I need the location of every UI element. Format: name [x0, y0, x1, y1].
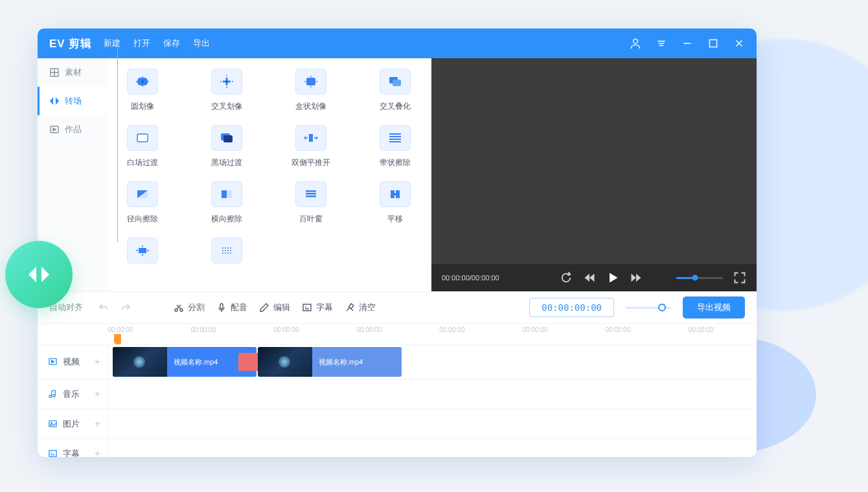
minimize-button[interactable] [681, 38, 693, 49]
svg-rect-43 [303, 304, 311, 311]
svg-rect-13 [309, 134, 313, 142]
svg-point-39 [230, 252, 231, 254]
track-body[interactable]: 视频名称.mp4 视频名称.mp4 [108, 344, 757, 379]
zoom-slider[interactable] [626, 307, 671, 309]
timeline-ruler[interactable]: 00:00:00 00:00:00 00:00:00 00:00:00 00:0… [38, 324, 757, 344]
svg-point-46 [53, 394, 56, 397]
voice-button[interactable]: 配音 [216, 302, 247, 313]
menu-open[interactable]: 打开 [133, 38, 150, 49]
svg-point-38 [227, 252, 229, 254]
menu-export[interactable]: 导出 [193, 38, 210, 49]
redo-button[interactable] [120, 302, 131, 313]
replay-button[interactable] [560, 271, 573, 284]
svg-point-41 [180, 309, 183, 311]
close-button[interactable] [733, 38, 745, 49]
undo-button[interactable] [98, 302, 109, 313]
sidebar-item-transition[interactable]: 转场 [38, 87, 108, 115]
add-track-button[interactable]: + [95, 388, 100, 400]
svg-point-29 [225, 247, 226, 249]
add-track-button[interactable]: + [95, 418, 100, 430]
menu-icon[interactable] [656, 38, 667, 49]
svg-rect-15 [389, 136, 401, 137]
svg-rect-24 [391, 190, 394, 198]
svg-point-30 [227, 247, 229, 249]
svg-point-31 [230, 247, 231, 249]
svg-point-36 [222, 252, 223, 254]
add-track-button[interactable]: + [95, 448, 100, 458]
preview-controls: 00:00:00/00:00:00 [431, 264, 757, 291]
menu-bar: 新建 打开 保存 导出 [104, 38, 210, 49]
play-button[interactable] [606, 271, 619, 284]
svg-rect-27 [139, 248, 146, 253]
transition-grid: 圆划像 交叉划像 盒状划像 交叉叠化 白场过渡 黑场过渡 双侧平推开 带状擦除 … [108, 58, 431, 291]
clip-thumbnail [258, 347, 312, 377]
timecode-display: 00:00:00:00 [529, 298, 614, 317]
fullscreen-button[interactable] [733, 271, 746, 284]
track-video: 视频 + 视频名称.mp4 视频名称.mp4 [38, 344, 757, 379]
user-icon[interactable] [630, 38, 641, 49]
svg-point-48 [51, 423, 52, 424]
svg-rect-22 [306, 193, 316, 195]
svg-point-6 [225, 80, 228, 83]
preview-video[interactable] [431, 58, 757, 264]
svg-rect-16 [389, 139, 401, 140]
export-video-button[interactable]: 导出视频 [683, 296, 745, 319]
preview-pane: 00:00:00/00:00:00 [431, 58, 757, 291]
forward-button[interactable] [630, 271, 643, 284]
playhead[interactable] [114, 334, 121, 343]
transition-radial-wipe[interactable]: 径向擦除 [123, 181, 162, 225]
svg-rect-49 [49, 451, 56, 456]
svg-rect-1 [709, 39, 716, 47]
rewind-button[interactable] [583, 271, 596, 284]
video-clip[interactable]: 视频名称.mp4 [258, 347, 402, 377]
svg-rect-10 [137, 134, 148, 142]
svg-point-35 [230, 250, 231, 251]
transition-cross-dissolve[interactable]: 交叉叠化 [376, 69, 415, 112]
svg-rect-23 [306, 196, 316, 197]
sidebar-label: 转场 [65, 95, 82, 107]
menu-new[interactable]: 新建 [104, 38, 120, 49]
svg-rect-12 [223, 135, 233, 142]
titlebar: EV 剪辑 新建 打开 保存 导出 [38, 28, 757, 58]
sidebar-label: 作品 [65, 124, 82, 135]
menu-save[interactable]: 保存 [163, 38, 180, 49]
split-button[interactable]: 分割 [174, 302, 205, 313]
video-clip[interactable]: 视频名称.mp4 [113, 347, 257, 377]
transition-band-wipe[interactable]: 带状擦除 [376, 125, 415, 168]
edit-button[interactable]: 编辑 [259, 302, 290, 313]
tracks: 视频 + 视频名称.mp4 视频名称.mp4 音乐+ [38, 344, 757, 457]
svg-point-45 [49, 395, 52, 397]
window-controls [630, 38, 745, 49]
track-head-video: 视频 + [38, 344, 108, 379]
add-track-button[interactable]: + [95, 356, 100, 368]
transition-black-fade[interactable]: 黑场过渡 [207, 125, 246, 168]
svg-point-28 [222, 247, 223, 249]
subtitle-button[interactable]: 字幕 [302, 302, 333, 313]
maximize-button[interactable] [707, 38, 719, 49]
sidebar-item-material[interactable]: 素材 [38, 58, 108, 87]
transition-cross-wipe[interactable]: 交叉划像 [207, 69, 246, 112]
svg-rect-42 [220, 304, 223, 309]
svg-point-33 [225, 250, 226, 251]
app-window: EV 剪辑 新建 打开 保存 导出 素材 转场 [38, 28, 757, 457]
svg-point-34 [227, 250, 229, 251]
transition-item[interactable] [207, 238, 246, 263]
svg-point-37 [225, 252, 226, 254]
svg-point-5 [141, 80, 144, 83]
volume-slider[interactable] [676, 277, 723, 279]
svg-rect-21 [306, 190, 316, 192]
svg-rect-9 [393, 80, 401, 86]
transition-box-wipe[interactable]: 盒状划像 [291, 69, 330, 112]
sidebar-item-works[interactable]: 作品 [38, 115, 108, 144]
clip-thumbnail [113, 347, 167, 377]
transition-push-both[interactable]: 双侧平推开 [291, 125, 330, 168]
transition-circle-wipe[interactable]: 圆划像 [123, 69, 162, 112]
transition-item[interactable] [123, 238, 162, 263]
clear-button[interactable]: 清空 [345, 302, 376, 313]
transition-horizontal-wipe[interactable]: 横向擦除 [207, 181, 246, 225]
transition-pan[interactable]: 平移 [376, 181, 415, 225]
track-image: 图片+ [38, 409, 757, 439]
transition-white-fade[interactable]: 白场过渡 [123, 125, 162, 168]
svg-point-26 [394, 194, 396, 196]
transition-blinds[interactable]: 百叶窗 [291, 181, 330, 225]
